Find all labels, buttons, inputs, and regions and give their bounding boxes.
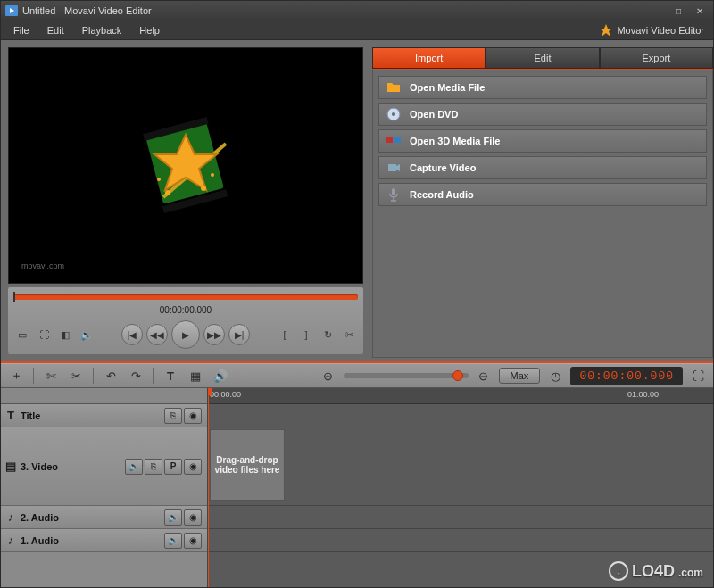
aspect-icon[interactable]: ▭: [13, 327, 31, 343]
transport-panel: 00:00:00.000 ▭ ⛶ ◧ 🔈 |◀ ◀◀ ▶ ▶▶ ▶| [ ] ↻: [8, 287, 363, 354]
right-panel: Import Edit Export Open Media File Open …: [370, 40, 713, 361]
svg-marker-17: [396, 164, 400, 171]
microphone-icon: [386, 187, 401, 202]
audio-track-icon: ♪: [1, 534, 21, 547]
menubar: File Edit Playback Help Movavi Video Edi…: [1, 21, 713, 40]
maximize-button[interactable]: □: [668, 4, 688, 18]
lane-audio1[interactable]: [208, 529, 713, 552]
svg-point-10: [157, 178, 161, 181]
mute-icon[interactable]: 🔈: [164, 533, 182, 549]
zoom-knob[interactable]: [452, 370, 463, 381]
menu-file[interactable]: File: [4, 22, 38, 38]
time-ruler[interactable]: 00:00:00 01:00:00: [208, 388, 713, 404]
lane-title[interactable]: [208, 404, 713, 427]
video-dropzone[interactable]: Drag-and-drop video files here: [210, 429, 285, 501]
text-tool-icon[interactable]: T: [161, 367, 180, 385]
fullscreen-icon[interactable]: ⛶: [35, 327, 53, 343]
audio-track-icon: ♪: [1, 510, 21, 524]
record-audio-button[interactable]: Record Audio: [378, 183, 707, 206]
next-button[interactable]: ▶|: [228, 324, 250, 345]
brand-icon: [599, 23, 613, 37]
link-icon[interactable]: ⎘: [145, 459, 162, 475]
transition-icon[interactable]: ▦: [186, 367, 205, 385]
lane-video[interactable]: Drag-and-drop video files here: [208, 427, 713, 506]
separator: [33, 368, 34, 384]
transport-timecode: 00:00:00.000: [13, 305, 358, 315]
visibility-icon[interactable]: ◉: [184, 533, 202, 549]
properties-icon[interactable]: P: [164, 459, 182, 475]
zoom-out-icon[interactable]: ⊖: [474, 367, 494, 385]
title-track-icon: T: [1, 409, 21, 422]
visibility-icon[interactable]: ◉: [184, 459, 202, 475]
svg-point-11: [211, 173, 214, 177]
svg-marker-2: [600, 24, 612, 37]
svg-rect-15: [394, 137, 401, 143]
mute-icon[interactable]: 🔈: [125, 459, 143, 475]
open-3d-media-button[interactable]: Open 3D Media File: [378, 129, 707, 153]
app-window: Untitled - Movavi Video Editor — □ ✕ Fil…: [0, 0, 714, 588]
preview-screen[interactable]: movavi.com: [8, 47, 363, 284]
close-button[interactable]: ✕: [690, 4, 710, 18]
site-watermark: ↓ LO4D.com: [609, 561, 703, 581]
playhead[interactable]: [208, 388, 209, 587]
snapshot-icon[interactable]: ◧: [56, 327, 74, 343]
menu-playback[interactable]: Playback: [73, 22, 131, 38]
loop-icon[interactable]: ↻: [319, 327, 336, 343]
menu-help[interactable]: Help: [130, 22, 169, 38]
track-headers: T Title ⎘ ◉ ▤ 3. Video 🔈 ⎘ P ◉ ♪ 2.: [1, 388, 208, 587]
markout-icon[interactable]: ]: [297, 327, 315, 343]
visibility-icon[interactable]: ◉: [184, 408, 202, 424]
menu-edit[interactable]: Edit: [38, 22, 73, 38]
app-icon: [4, 4, 19, 18]
prev-button[interactable]: |◀: [121, 324, 143, 345]
crop-icon[interactable]: ✂: [340, 327, 358, 343]
expand-icon[interactable]: ⛶: [688, 367, 708, 385]
rewind-button[interactable]: ◀◀: [146, 324, 168, 345]
titlebar: Untitled - Movavi Video Editor — □ ✕: [1, 1, 713, 21]
svg-point-13: [392, 112, 395, 116]
mute-icon[interactable]: 🔈: [164, 509, 182, 526]
minimize-button[interactable]: —: [647, 4, 667, 18]
link-icon[interactable]: ⎘: [164, 408, 182, 424]
redo-icon[interactable]: ↷: [126, 367, 145, 385]
capture-video-button[interactable]: Capture Video: [378, 156, 707, 179]
track-head-video[interactable]: ▤ 3. Video 🔈 ⎘ P ◉: [1, 427, 207, 506]
open-media-file-button[interactable]: Open Media File: [378, 76, 707, 99]
add-track-icon[interactable]: ＋: [6, 367, 26, 385]
ruler-mark: 01:00:00: [627, 390, 659, 399]
preview-watermark: movavi.com: [21, 261, 64, 270]
ruler-mark: 00:00:00: [210, 390, 241, 399]
track-head-audio2[interactable]: ♪ 2. Audio 🔈 ◉: [1, 506, 207, 529]
split-icon[interactable]: ✂: [66, 367, 86, 385]
cut-icon[interactable]: ✄: [41, 367, 61, 385]
clock-icon[interactable]: ◷: [545, 367, 565, 385]
mode-tabs: Import Edit Export: [372, 47, 713, 69]
play-button[interactable]: ▶: [171, 320, 200, 349]
tab-import[interactable]: Import: [372, 47, 486, 69]
track-head-audio1[interactable]: ♪ 1. Audio 🔈 ◉: [1, 529, 207, 552]
zoom-in-icon[interactable]: ⊕: [319, 367, 338, 385]
volume-icon[interactable]: 🔈: [78, 327, 95, 343]
import-action-list: Open Media File Open DVD Open 3D Media F…: [372, 69, 713, 358]
progress-marker[interactable]: [13, 292, 15, 302]
lane-audio2[interactable]: [208, 506, 713, 529]
tab-export[interactable]: Export: [600, 47, 713, 69]
track-head-title[interactable]: T Title ⎘ ◉: [1, 404, 207, 427]
tab-edit[interactable]: Edit: [486, 47, 599, 69]
folder-icon: [386, 80, 401, 95]
progress-bar[interactable]: [13, 294, 358, 300]
zoom-slider[interactable]: [344, 373, 469, 378]
open-dvd-button[interactable]: Open DVD: [378, 103, 707, 126]
forward-button[interactable]: ▶▶: [203, 324, 225, 345]
3d-glasses-icon: [386, 134, 401, 148]
markin-icon[interactable]: [: [276, 327, 294, 343]
visibility-icon[interactable]: ◉: [184, 509, 202, 526]
undo-icon[interactable]: ↶: [101, 367, 120, 385]
ruler-spacer: [1, 388, 207, 404]
svg-rect-14: [386, 137, 393, 143]
zoom-max-button[interactable]: Max: [499, 368, 541, 384]
timeline: T Title ⎘ ◉ ▤ 3. Video 🔈 ⎘ P ◉ ♪ 2.: [1, 388, 713, 587]
separator: [153, 368, 154, 384]
audio-tool-icon[interactable]: 🔊: [211, 367, 230, 385]
track-lanes: 00:00:00 01:00:00 Drag-and-drop video fi…: [208, 388, 713, 587]
